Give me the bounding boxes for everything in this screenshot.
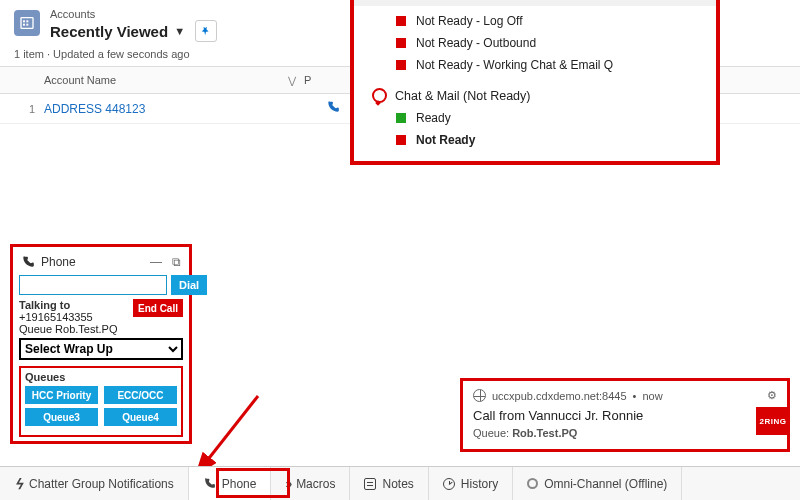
- wrapup-select[interactable]: Select Wrap Up: [19, 338, 183, 360]
- toast-time: now: [642, 390, 662, 402]
- status-option-notready[interactable]: Not Ready: [364, 129, 706, 151]
- utility-notes[interactable]: Notes: [350, 467, 428, 500]
- status-label: Ready: [416, 111, 451, 125]
- accounts-object-icon: [14, 10, 40, 36]
- row-phone-icon[interactable]: [326, 100, 340, 117]
- column-account-name[interactable]: Account Name ⋁: [44, 74, 304, 86]
- dial-input[interactable]: [19, 275, 167, 295]
- phone-icon: [21, 255, 35, 269]
- active-queue: Queue Rob.Test.PQ: [19, 323, 183, 335]
- utility-omnichannel[interactable]: Omni-Channel (Offline): [513, 467, 682, 500]
- status-label: Not Ready - Log Off: [416, 14, 523, 28]
- status-square-icon: [396, 60, 406, 70]
- utility-label: Macros: [296, 477, 335, 491]
- softphone-title: Phone: [41, 255, 76, 269]
- svg-rect-1: [23, 20, 25, 22]
- utility-history[interactable]: History: [429, 467, 513, 500]
- utility-label: Phone: [222, 477, 257, 491]
- queues-box: Queues HCC Priority ECC/OCC Queue3 Queue…: [19, 366, 183, 437]
- talking-to-label: Talking to: [19, 299, 93, 311]
- phone-icon: [203, 477, 216, 490]
- dial-button[interactable]: Dial: [171, 275, 207, 295]
- status-square-icon: [396, 16, 406, 26]
- row-number: 1: [20, 103, 44, 115]
- minimize-button[interactable]: —: [149, 255, 163, 269]
- status-option-logoff[interactable]: Not Ready - Log Off: [364, 10, 706, 32]
- utility-label: Notes: [382, 477, 413, 491]
- status-option-working-chat[interactable]: Not Ready - Working Chat & Email Q: [364, 54, 706, 76]
- pin-listview-button[interactable]: [195, 20, 217, 42]
- notes-icon: [364, 478, 376, 490]
- utility-phone[interactable]: Phone: [189, 467, 272, 500]
- incoming-call-toast: uccxpub.cdxdemo.net:8445 • now ⚙ Call fr…: [460, 378, 790, 452]
- listview-name: Recently Viewed: [50, 23, 168, 40]
- clock-icon: [443, 478, 455, 490]
- section-title: Chat & Mail (Not Ready): [395, 89, 530, 103]
- utility-bar: ϟChatter Group Notifications Phone »Macr…: [0, 466, 800, 500]
- status-square-icon: [396, 113, 406, 123]
- status-label: Not Ready: [416, 133, 475, 147]
- status-circle-icon: [527, 478, 538, 489]
- status-square-icon: [396, 38, 406, 48]
- status-label: Not Ready - Outbound: [416, 36, 536, 50]
- utility-chatter[interactable]: ϟChatter Group Notifications: [0, 467, 189, 500]
- status-square-icon: [396, 135, 406, 145]
- bolt-icon: ϟ: [14, 476, 23, 492]
- svg-rect-4: [26, 24, 28, 26]
- popout-button[interactable]: ⧉: [169, 255, 183, 269]
- caret-down-icon: ▼: [174, 25, 185, 37]
- svg-rect-3: [23, 24, 25, 26]
- queue-button-4[interactable]: Queue4: [104, 408, 177, 426]
- toast-origin: uccxpub.cdxdemo.net:8445: [492, 390, 627, 402]
- queues-title: Queues: [25, 371, 177, 383]
- svg-line-5: [206, 396, 258, 462]
- svg-rect-0: [21, 18, 33, 29]
- softphone-panel: Phone — ⧉ Dial Talking to +19165143355 E…: [10, 244, 192, 444]
- svg-rect-2: [26, 20, 28, 22]
- utility-label: Omni-Channel (Offline): [544, 477, 667, 491]
- caller-number: +19165143355: [19, 311, 93, 323]
- macros-icon: »: [285, 477, 290, 491]
- queue-button-3[interactable]: Queue3: [25, 408, 98, 426]
- account-link[interactable]: ADDRESS 448123: [44, 102, 145, 116]
- end-call-button[interactable]: End Call: [133, 299, 183, 317]
- sort-caret-icon: ⋁: [288, 75, 296, 86]
- utility-label: History: [461, 477, 498, 491]
- utility-macros[interactable]: »Macros: [271, 467, 350, 500]
- status-option-outbound[interactable]: Not Ready - Outbound: [364, 32, 706, 54]
- queue-button-1[interactable]: HCC Priority: [25, 386, 98, 404]
- globe-icon: [473, 389, 486, 402]
- toast-subtitle: Queue: Rob.Test.PQ: [473, 427, 777, 439]
- agent-status-panel: Not Ready - Log Off Not Ready - Outbound…: [350, 0, 720, 165]
- column-label: Account Name: [44, 74, 116, 86]
- chat-mail-section: Chat & Mail (Not Ready): [364, 82, 706, 107]
- chat-bubble-icon: [372, 88, 387, 103]
- column-phone[interactable]: P: [304, 74, 324, 86]
- status-label: Not Ready - Working Chat & Email Q: [416, 58, 613, 72]
- toast-title: Call from Vannucci Jr. Ronnie: [473, 408, 777, 423]
- queue-button-2[interactable]: ECC/OCC: [104, 386, 177, 404]
- status-option-ready[interactable]: Ready: [364, 107, 706, 129]
- utility-label: Chatter Group Notifications: [29, 477, 174, 491]
- toast-settings-icon[interactable]: ⚙: [767, 389, 777, 402]
- toast-brand-badge: 2RING: [756, 407, 790, 435]
